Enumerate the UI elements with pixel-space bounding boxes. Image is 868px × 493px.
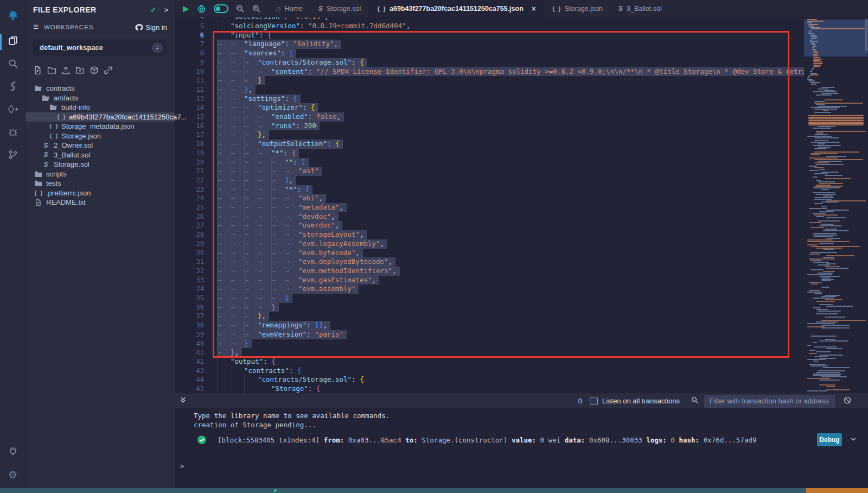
tab-home[interactable]: ⌂ Home (269, 0, 311, 17)
tab-a69b43f277ba20fcac141151250ca755-json[interactable]: { } a69b43f277ba20fcac141151250ca755.jso… (369, 0, 544, 17)
ai-toggle-icon[interactable] (214, 4, 228, 13)
main-area: ▶ ⌂ Home S Storage.sol { } a69b43f277ba2… (175, 0, 868, 488)
tree-item[interactable]: { } a69b43f277ba20fcac141151250ca7... (25, 112, 175, 122)
tree-item[interactable]: tests (25, 179, 175, 188)
import-url-icon[interactable] (104, 66, 113, 77)
status-green-dot (274, 489, 277, 492)
code-line: →→→→→→"evm.gasEstimates", (217, 276, 379, 285)
rail-item-plugin-manager[interactable] (0, 441, 25, 464)
listen-all-label: Listen on all transactions (602, 397, 680, 405)
status-alert-segment (806, 488, 868, 493)
tree-item[interactable]: S Storage.sol (25, 160, 175, 169)
transaction-summary: [block:5583405 txIndex:4] from: 0xa03...… (218, 436, 817, 444)
icon-rail: ⚙ (0, 0, 25, 493)
new-file-icon[interactable] (33, 66, 42, 77)
zoom-in-icon[interactable] (252, 4, 261, 13)
editor-toolbar: ▶ (175, 0, 269, 17)
code-line: →→→"remappings": [], (217, 321, 330, 330)
sign-in-button[interactable]: Sign in (135, 23, 167, 31)
tree-item-label: 2_Owner.sol (54, 141, 93, 149)
tree-item[interactable]: README.txt (25, 198, 175, 207)
tree-item[interactable]: scripts (25, 169, 175, 179)
solidity-icon: S (318, 4, 323, 12)
rail-item-settings[interactable]: ⚙ (0, 464, 25, 486)
clear-console-icon[interactable] (843, 396, 852, 407)
code-line: →→→} (217, 76, 265, 85)
terminal-line: creation of Storage pending... (194, 421, 316, 429)
search-icon[interactable] (691, 396, 699, 406)
tree-item[interactable]: { } Storage_metadata.json (25, 122, 175, 131)
remix-ai-icon[interactable] (196, 4, 207, 13)
transaction-log-row: [block:5583405 txIndex:4] from: 0xa03...… (197, 433, 857, 447)
rail-item-file-explorer[interactable] (0, 30, 25, 53)
tree-item-label: Storage.sol (54, 160, 90, 168)
tree-item[interactable]: { } Storage.json (25, 131, 175, 141)
new-folder-icon[interactable] (47, 66, 56, 77)
file-tree: contracts artifacts build-info { } a69b4… (25, 84, 175, 207)
tab-label: Storage.sol (327, 5, 361, 12)
braces-icon: { } (376, 4, 386, 12)
tree-item-label: build-info (61, 103, 90, 111)
workspace-menu-icon[interactable]: ≡ (33, 22, 39, 33)
tree-item-label: scripts (46, 170, 67, 178)
tab-storage-json[interactable]: { } Storage.json (544, 0, 611, 17)
chevron-right-icon[interactable]: > (164, 6, 168, 14)
listen-all-checkbox[interactable] (590, 397, 598, 405)
code-line: →→→→→"*": [ (217, 185, 312, 194)
tab-3-ballot-sol[interactable]: S 3_Ballot.sol (611, 0, 670, 17)
code-line: →→→→→→"evm.assembly" (217, 285, 359, 294)
code-editor[interactable]: 4567891011121314151617181920212223242526… (175, 17, 868, 394)
home-icon: ⌂ (276, 4, 281, 13)
tree-item[interactable]: S 3_Ballot.sol (25, 150, 175, 160)
settings-icon: ⚙ (8, 470, 17, 481)
code-line: →→→→"content": "// SPDX-License-Identifi… (217, 67, 804, 77)
run-script-icon[interactable]: ▶ (183, 4, 189, 14)
check-icon: ✓ (150, 5, 157, 14)
upload-file-icon[interactable] (61, 66, 71, 77)
code-line: →→"contracts": { (217, 366, 301, 376)
rail-item-deploy-run[interactable] (0, 99, 25, 122)
minimap[interactable] (804, 17, 868, 394)
file-icon (34, 199, 42, 206)
code-line: →"solcVersion": "0.8.19", (217, 17, 329, 22)
tab-storage-sol[interactable]: S Storage.sol (311, 0, 369, 17)
rail-item-search[interactable] (0, 53, 25, 76)
remix-logo-icon (8, 10, 18, 23)
tree-item-label: README.txt (46, 198, 86, 206)
code-line: →→→→"*": { (217, 149, 299, 158)
close-tab-icon[interactable]: × (532, 4, 536, 13)
code-line: →→}, (217, 85, 256, 94)
tree-item[interactable]: { } .prettierrc.json (25, 188, 175, 198)
terminal-collapse-icon[interactable] (179, 396, 187, 406)
solidity-icon: S (42, 142, 50, 149)
rail-item-debugger[interactable] (0, 122, 25, 144)
upload-folder-icon[interactable] (75, 66, 85, 77)
tree-item[interactable]: S 2_Owner.sol (25, 141, 175, 150)
workspaces-label: WORKSPACES (44, 24, 135, 30)
tree-item[interactable]: contracts (25, 84, 175, 93)
tab-label: Home (285, 5, 303, 12)
debug-button[interactable]: Debug (817, 433, 842, 446)
code-line: →→→→→], (217, 176, 296, 185)
zoom-out-icon[interactable] (235, 4, 245, 13)
tree-item[interactable]: artifacts (25, 93, 175, 103)
workspace-select[interactable]: default_workspace (33, 39, 167, 56)
ipfs-box-icon[interactable] (90, 66, 99, 77)
folder-open-icon (42, 94, 50, 102)
code-line: →→→}, (217, 130, 269, 140)
code-line: →→} (217, 339, 252, 349)
transaction-filter-input[interactable] (704, 395, 835, 408)
terminal-output[interactable]: Type the library name to see available c… (175, 408, 868, 488)
rail-item-solidity-compiler[interactable] (0, 76, 25, 99)
search-icon (8, 58, 18, 71)
expand-transaction-icon[interactable] (850, 435, 857, 445)
rail-item-git[interactable] (0, 144, 25, 167)
code-line: →→→→→→"metadata", (217, 203, 347, 212)
tree-item[interactable]: build-info (25, 103, 175, 112)
rail-item-remix-logo[interactable] (0, 2, 25, 30)
debugger-icon (8, 127, 18, 140)
scrollbar-thumb[interactable] (865, 18, 867, 51)
solidity-icon: S (42, 151, 50, 159)
terminal-header: 0 Listen on all transactions (175, 394, 868, 408)
terminal-prompt[interactable]: > (180, 462, 184, 470)
